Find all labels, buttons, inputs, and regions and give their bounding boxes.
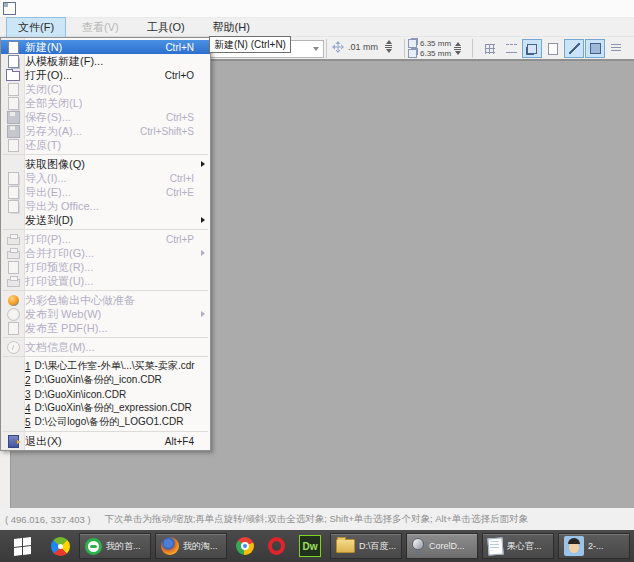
toolbar-separator xyxy=(326,39,327,58)
guidelines-icon xyxy=(506,44,517,53)
taskbar-button-label: 我的淘... xyxy=(183,540,218,553)
menu-item-label: 新建(N) xyxy=(25,40,62,55)
menu-item-exit[interactable]: 退出(X) Alt+F4 xyxy=(1,434,210,448)
dreamweaver-icon[interactable]: Dw xyxy=(299,535,321,557)
snap-toolbar-group xyxy=(480,39,626,58)
nudge-offset-control[interactable]: .01 mm xyxy=(332,40,392,53)
menu-item-label: 导入(I)... xyxy=(25,171,67,186)
menu-item-new[interactable]: 新建(N) Ctrl+N xyxy=(1,40,210,54)
menu-bar: 文件(F) 查看(V) 工具(O) 帮助(H) xyxy=(0,18,634,37)
nudge-offset-value[interactable]: .01 mm xyxy=(348,42,378,52)
print-preview-icon xyxy=(1,261,25,274)
menu-item-label: 关闭(C) xyxy=(25,82,62,97)
color-sphere-icon xyxy=(1,295,25,306)
recent-file-3[interactable]: 3 D:\GuoXin\icon.CDR xyxy=(1,387,210,401)
menu-file[interactable]: 文件(F) xyxy=(6,17,66,38)
menu-item-shortcut: Ctrl+S xyxy=(166,112,210,123)
taskbar-button-qq[interactable]: 2-... xyxy=(558,533,630,559)
menu-item-acquire-image[interactable]: 获取图像(Q) xyxy=(1,157,210,171)
taskbar-button-firefox[interactable]: 我的淘... xyxy=(155,533,227,559)
start-button[interactable] xyxy=(0,530,44,562)
menu-item-shortcut: Ctrl+Shift+S xyxy=(140,126,210,137)
snap-page-button[interactable] xyxy=(543,39,563,58)
menu-item-save: 保存(S)... Ctrl+S xyxy=(1,110,210,124)
menu-item-shortcut: Ctrl+P xyxy=(166,234,210,245)
template-icon xyxy=(1,55,25,68)
recent-file-path: D:\GuoXin\备份的_expression.CDR xyxy=(35,401,192,415)
menu-item-publish-pdf: 发布至 PDF(H)... xyxy=(1,321,210,335)
cursor-coordinates: ( 496.016, 337.403 ) xyxy=(5,514,91,525)
folder-icon xyxy=(336,539,355,553)
export-icon xyxy=(1,186,25,199)
treat-as-filled-button[interactable] xyxy=(585,39,605,58)
document-window-icon xyxy=(3,2,16,15)
recent-file-5[interactable]: 5 D:\公司logo\备份的_LOGO1.CDR xyxy=(1,415,210,429)
menu-item-label: 打印(P)... xyxy=(25,232,71,247)
menu-separator xyxy=(3,356,208,357)
menu-item-label: 合并打印(G)... xyxy=(25,246,94,261)
duplicate-y-value[interactable]: 6.35 mm xyxy=(420,49,451,58)
view-options-button[interactable] xyxy=(606,39,626,58)
page-icon xyxy=(548,43,558,55)
recent-file-number: 1 xyxy=(25,361,31,372)
file-menu: 新建(N) Ctrl+N 从模板新建(F)... 打开(O)... Ctrl+O… xyxy=(0,37,211,451)
printer-icon xyxy=(1,233,25,245)
menu-item-label: 保存(S)... xyxy=(25,110,71,125)
tooltip: 新建(N) (Ctrl+N) xyxy=(209,36,291,53)
close-document-icon xyxy=(1,83,25,96)
menu-item-import: 导入(I)... Ctrl+I xyxy=(1,171,210,185)
duplicate-distance-control[interactable]: 6.35 mm 6.35 mm xyxy=(408,39,461,58)
pdf-icon xyxy=(1,322,25,335)
recent-file-number: 4 xyxy=(25,403,31,414)
opera-icon[interactable] xyxy=(268,537,285,555)
menu-item-label: 发布到 Web(W) xyxy=(25,307,101,322)
snap-object-icon xyxy=(527,44,537,54)
filled-object-icon xyxy=(590,43,601,54)
menu-item-new-from-template[interactable]: 从模板新建(F)... xyxy=(1,54,210,68)
recent-file-1[interactable]: 1 D:\果心工作室-外单\...\买菜-卖家.cdr xyxy=(1,359,210,373)
taskbar-button-coreldraw[interactable]: CorelD... xyxy=(406,533,478,559)
taskbar-button-label: 2-... xyxy=(588,541,604,551)
menu-item-send-to[interactable]: 发送到(D) xyxy=(1,213,210,227)
recent-file-4[interactable]: 4 D:\GuoXin\备份的_expression.CDR xyxy=(1,401,210,415)
menu-item-print-setup: 打印设置(U)... xyxy=(1,274,210,288)
taskbar-button-folder[interactable]: D:\百度... xyxy=(330,533,402,559)
options-list-icon xyxy=(611,44,621,53)
menu-help[interactable]: 帮助(H) xyxy=(201,17,262,38)
qq-avatar-icon xyxy=(564,536,584,556)
menu-item-color-output-center: 为彩色输出中心做准备 xyxy=(1,293,210,307)
recent-file-number: 3 xyxy=(25,389,31,400)
menu-item-label: 从模板新建(F)... xyxy=(25,54,103,69)
360-browser-icon[interactable] xyxy=(51,537,70,556)
menu-item-shortcut: Ctrl+I xyxy=(170,173,210,184)
toolbar-separator xyxy=(404,39,405,58)
menu-view: 查看(V) xyxy=(70,17,131,38)
globe-icon xyxy=(1,308,25,321)
snap-objects-button[interactable] xyxy=(522,39,542,58)
menu-tools[interactable]: 工具(O) xyxy=(135,17,197,38)
duplicate-x-value[interactable]: 6.35 mm xyxy=(420,39,451,48)
menu-item-label: 发布至 PDF(H)... xyxy=(25,321,108,336)
new-document-icon xyxy=(1,41,25,54)
spinner-control[interactable] xyxy=(454,42,461,55)
spinner-control[interactable] xyxy=(385,40,392,53)
duplicate-x-icon xyxy=(408,39,417,48)
recent-file-path: D:\GuoXin\icon.CDR xyxy=(35,389,127,400)
taskbar-button-label: CorelD... xyxy=(429,541,465,551)
dynamic-guides-button[interactable] xyxy=(564,39,584,58)
menu-item-label: 打开(O)... xyxy=(25,68,72,83)
status-hint-text: 下次单击为拖动/缩放;再单点旋转/倾斜;双击全选对象; Shift+单击选择多个… xyxy=(105,513,528,526)
menu-item-document-info: 文档信息(M)... xyxy=(1,340,210,354)
menu-item-open[interactable]: 打开(O)... Ctrl+O xyxy=(1,68,210,82)
menu-item-close-all: 全部关闭(L) xyxy=(1,96,210,110)
menu-item-shortcut: Ctrl+E xyxy=(166,187,210,198)
snap-grid-button[interactable] xyxy=(480,39,500,58)
menu-item-label: 导出为 Office... xyxy=(25,199,99,214)
chrome-icon[interactable] xyxy=(236,537,254,555)
recent-file-2[interactable]: 2 D:\GuoXin\备份的_icon.CDR xyxy=(1,373,210,387)
snap-guidelines-button[interactable] xyxy=(501,39,521,58)
taskbar-button-homepage[interactable]: 我的首... xyxy=(79,533,151,559)
menu-item-label: 打印设置(U)... xyxy=(25,274,93,289)
taskbar-button-notepad[interactable]: 果心官... xyxy=(482,533,554,559)
merge-print-icon xyxy=(1,247,25,259)
